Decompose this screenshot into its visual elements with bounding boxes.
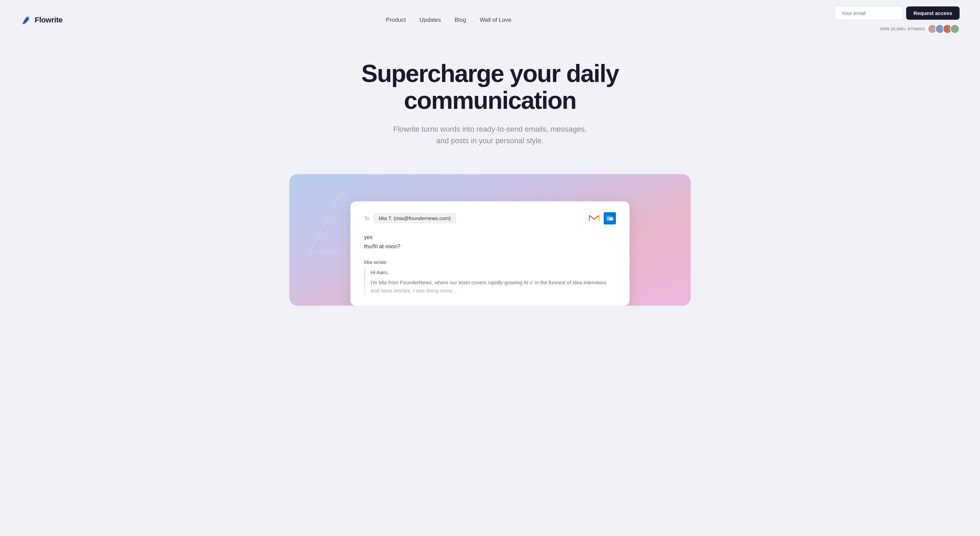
demo-container: To Mia T. (mia@foundernews.com) xyxy=(269,174,711,306)
svg-text:O: O xyxy=(608,217,610,220)
mia-wrote-label: Mia wrote: xyxy=(364,258,616,266)
hero-title: Supercharge your daily communication xyxy=(337,60,643,114)
email-to-left: To Mia T. (mia@foundernews.com) xyxy=(364,213,456,223)
cta-row: Request access xyxy=(835,6,959,20)
avatar-4 xyxy=(950,24,959,34)
to-recipient: Mia T. (mia@foundernews.com) xyxy=(374,213,456,223)
request-access-button[interactable]: Request access xyxy=(906,6,959,20)
to-label: To xyxy=(364,215,369,221)
email-input[interactable] xyxy=(835,6,903,20)
fade-overlay xyxy=(350,279,630,306)
outlook-icon[interactable]: O xyxy=(604,212,616,224)
brand-name: Flowrite xyxy=(35,16,63,24)
avatar-group xyxy=(928,24,959,34)
email-draft: yes thu/fri at noon? xyxy=(364,233,616,251)
email-card: To Mia T. (mia@foundernews.com) xyxy=(350,201,630,306)
nav-links: Product Updates Blog Wall of Love xyxy=(386,17,511,24)
gmail-icon[interactable] xyxy=(588,212,600,224)
quoted-hi: Hi Aaro, xyxy=(371,268,616,276)
join-text: JOIN 20,000+ OTHERS xyxy=(880,27,925,31)
nav-link-wall-of-love[interactable]: Wall of Love xyxy=(480,17,511,23)
email-line-2: thu/fri at noon? xyxy=(364,242,616,251)
hero-section: Supercharge your daily communication Flo… xyxy=(0,40,980,157)
nav-link-product[interactable]: Product xyxy=(386,17,406,23)
demo-background: To Mia T. (mia@foundernews.com) xyxy=(289,174,691,306)
logo-link[interactable]: Flowrite xyxy=(21,14,63,25)
nav-link-blog[interactable]: Blog xyxy=(455,17,466,23)
nav-right: Request access JOIN 20,000+ OTHERS xyxy=(835,6,959,34)
email-line-1: yes xyxy=(364,233,616,242)
logo-icon xyxy=(21,14,31,25)
nav-link-updates[interactable]: Updates xyxy=(419,17,441,23)
email-icons: O xyxy=(588,212,616,224)
hero-subtitle: Flowrite turns words into ready-to-send … xyxy=(391,124,589,147)
navbar: Flowrite Product Updates Blog Wall of Lo… xyxy=(0,0,980,40)
join-row: JOIN 20,000+ OTHERS xyxy=(880,24,959,34)
email-to-row: To Mia T. (mia@foundernews.com) xyxy=(364,212,616,224)
